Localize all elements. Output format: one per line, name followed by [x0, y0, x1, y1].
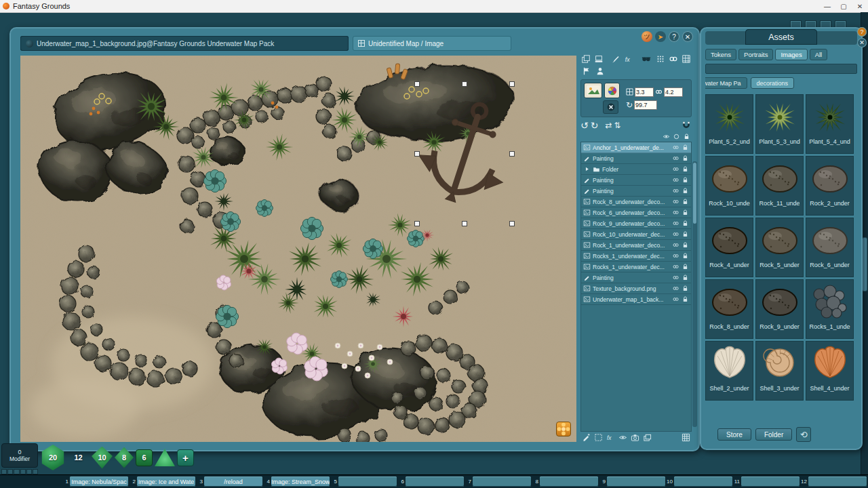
- layer-row[interactable]: Texture_background.png: [581, 283, 691, 294]
- hotkey-box[interactable]: Image: Stream_Snow: [271, 476, 330, 487]
- asset-item[interactable]: Shell_4_under: [806, 341, 854, 401]
- layer-row[interactable]: Rock_10_underwater_dec...: [581, 229, 691, 240]
- flip-vertical-icon[interactable]: ⇅: [614, 121, 621, 129]
- pointer-icon[interactable]: ➤: [655, 31, 666, 42]
- layer-row[interactable]: Painting: [581, 153, 691, 164]
- assets-title[interactable]: Assets: [745, 29, 817, 45]
- close-button[interactable]: ✕: [852, 3, 868, 10]
- lock-icon[interactable]: [682, 209, 689, 216]
- link-icon[interactable]: [672, 209, 679, 216]
- panel-scrollbar[interactable]: [692, 161, 697, 427]
- die-d10[interactable]: 10: [92, 447, 113, 469]
- asset-item[interactable]: Rocks_1_unde: [806, 279, 854, 339]
- mini-slot[interactable]: [7, 469, 13, 474]
- flag-icon[interactable]: [580, 66, 592, 77]
- map-menu-button[interactable]: [556, 422, 571, 436]
- die-d20[interactable]: 20: [41, 445, 65, 470]
- lock-icon[interactable]: [682, 187, 689, 195]
- mini-slot[interactable]: [20, 469, 26, 474]
- layers-icon[interactable]: [580, 54, 591, 64]
- fx-small-icon[interactable]: fx: [606, 433, 615, 442]
- hotkey-box[interactable]: [674, 476, 732, 487]
- lock-icon[interactable]: [682, 144, 689, 151]
- layer-row[interactable]: Folder: [581, 164, 691, 175]
- color-wheel-button[interactable]: [604, 83, 620, 98]
- modifier-box[interactable]: 0 Modifier: [1, 443, 38, 474]
- link-icon[interactable]: [672, 296, 679, 303]
- link-icon[interactable]: [672, 241, 679, 249]
- mini-slot[interactable]: [33, 469, 38, 474]
- link-icon[interactable]: [672, 155, 679, 162]
- selection-handle[interactable]: [462, 82, 467, 87]
- asset-item[interactable]: Rock_10_unde: [705, 156, 753, 216]
- layer-row[interactable]: Painting: [581, 186, 691, 197]
- scrollbar-handle[interactable]: [862, 237, 867, 291]
- stack-icon[interactable]: [643, 433, 652, 442]
- link-icon[interactable]: [672, 274, 679, 281]
- lock-icon[interactable]: [682, 274, 689, 281]
- magnet-icon[interactable]: [680, 120, 692, 131]
- selection-handle[interactable]: [510, 82, 515, 87]
- map-tab-background[interactable]: Underwater_map_1_background.jpg@Fantasy …: [20, 36, 349, 51]
- map-tab-unidentified[interactable]: Unidentified Map / Image: [353, 36, 511, 51]
- die-d4[interactable]: [155, 449, 175, 466]
- zoom-input[interactable]: [634, 100, 657, 110]
- fx-icon[interactable]: fx: [623, 54, 634, 64]
- map-scene[interactable]: [20, 56, 576, 442]
- maximize-button[interactable]: ▢: [835, 3, 852, 10]
- mini-slot[interactable]: [14, 469, 19, 474]
- expander-icon[interactable]: [583, 165, 591, 173]
- hotkey-box[interactable]: [473, 476, 531, 487]
- lock-icon[interactable]: [682, 241, 689, 249]
- asset-item[interactable]: Rock_6_under: [806, 218, 854, 277]
- camera-icon[interactable]: [631, 433, 639, 442]
- window-close-icon[interactable]: ✕: [682, 31, 693, 42]
- asset-item[interactable]: Shell_2_under: [705, 341, 753, 401]
- rotate-icon[interactable]: ↻: [626, 101, 633, 109]
- link-icon[interactable]: [672, 285, 679, 292]
- link-icon[interactable]: [672, 144, 679, 151]
- edit-icon[interactable]: [582, 433, 591, 442]
- die-d8[interactable]: 8: [115, 447, 134, 468]
- hotkey-box[interactable]: [338, 476, 397, 487]
- lock-icon[interactable]: [682, 198, 689, 205]
- asset-item[interactable]: Shell_3_under: [755, 341, 804, 401]
- layer-row[interactable]: Rock_6_underwater_deco...: [581, 207, 691, 218]
- hotkey-box[interactable]: [406, 476, 464, 487]
- layer-row[interactable]: Painting: [581, 272, 691, 283]
- breadcrumb-module[interactable]: water Map Pa: [705, 77, 747, 89]
- layer-row[interactable]: Rocks_1_underwater_dec...: [581, 262, 691, 272]
- tab-all[interactable]: All: [810, 49, 828, 60]
- lock-icon[interactable]: [682, 230, 689, 238]
- asset-item[interactable]: Rock_2_under: [806, 156, 854, 216]
- hotkey-box[interactable]: [607, 476, 665, 487]
- layer-row[interactable]: Rock_9_underwater_deco...: [581, 218, 691, 229]
- clear-button[interactable]: [603, 100, 618, 114]
- asset-item[interactable]: Rock_4_under: [705, 218, 753, 277]
- minimize-button[interactable]: —: [819, 3, 835, 10]
- lock-icon[interactable]: [682, 176, 689, 184]
- assets-help-icon[interactable]: ?: [857, 27, 867, 37]
- layer-row[interactable]: Underwater_map_1_back...: [581, 294, 691, 305]
- layer-row[interactable]: Painting: [581, 175, 691, 186]
- tab-images[interactable]: Images: [775, 49, 807, 60]
- asset-item[interactable]: Rock_8_under: [705, 279, 753, 339]
- grid-dots-icon[interactable]: [656, 54, 667, 64]
- circle-icon[interactable]: [673, 133, 680, 140]
- selection-handle[interactable]: [462, 222, 467, 226]
- tab-tokens[interactable]: Tokens: [705, 49, 736, 60]
- asset-item[interactable]: Plant_5_3_und: [755, 94, 804, 154]
- tab-portraits[interactable]: Portraits: [738, 49, 773, 60]
- asset-item[interactable]: Rock_11_unde: [755, 156, 804, 216]
- link-icon[interactable]: [672, 198, 679, 205]
- lock-icon[interactable]: [682, 252, 689, 260]
- asset-item[interactable]: Rock_5_under: [755, 218, 804, 277]
- selection-handle[interactable]: [415, 82, 420, 87]
- map-canvas[interactable]: [20, 56, 576, 442]
- link-icon[interactable]: [672, 220, 679, 227]
- link-icon[interactable]: [672, 252, 679, 260]
- eye-small-icon[interactable]: [618, 433, 627, 442]
- layer-row[interactable]: Rock_8_underwater_deco...: [581, 197, 691, 207]
- person-icon[interactable]: [594, 66, 606, 77]
- image-button[interactable]: [584, 83, 602, 98]
